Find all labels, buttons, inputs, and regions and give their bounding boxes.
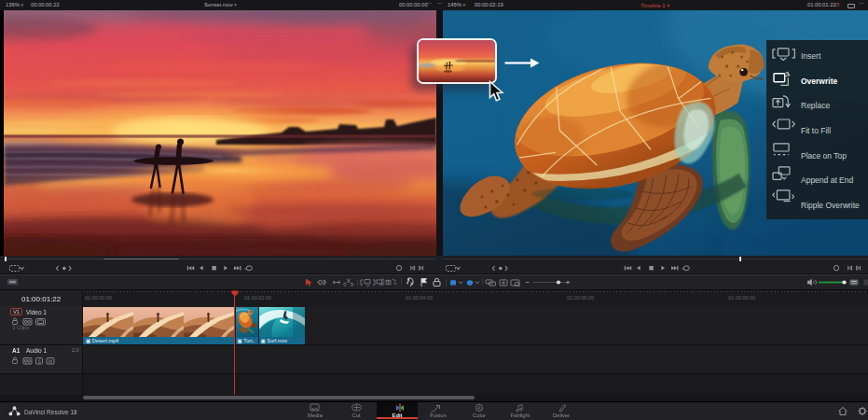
svg-text:S: S <box>38 357 42 363</box>
svg-text:M: M <box>48 357 52 363</box>
